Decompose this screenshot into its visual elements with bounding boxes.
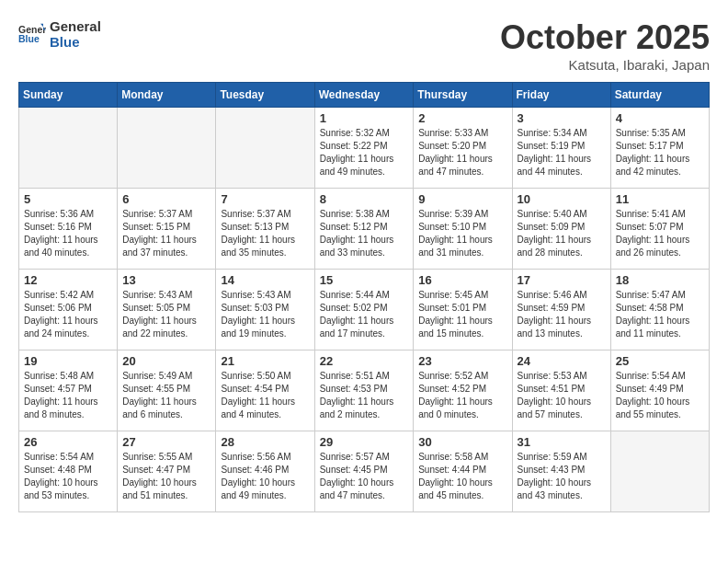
calendar-cell: 18Sunrise: 5:47 AMSunset: 4:58 PMDayligh… [610,270,709,350]
day-number: 22 [320,354,409,368]
day-number: 19 [24,354,112,368]
calendar-cell: 16Sunrise: 5:45 AMSunset: 5:01 PMDayligh… [414,270,512,350]
day-info: Sunrise: 5:32 AMSunset: 5:22 PMDaylight:… [320,127,409,178]
calendar-cell: 23Sunrise: 5:52 AMSunset: 4:52 PMDayligh… [414,350,512,431]
calendar-cell: 20Sunrise: 5:49 AMSunset: 4:55 PMDayligh… [118,350,216,431]
day-number: 9 [418,192,506,206]
calendar-cell: 27Sunrise: 5:55 AMSunset: 4:47 PMDayligh… [118,431,216,512]
weekday-header-monday: Monday [118,83,216,108]
week-row-3: 12Sunrise: 5:42 AMSunset: 5:06 PMDayligh… [19,270,710,350]
day-info: Sunrise: 5:37 AMSunset: 5:13 PMDaylight:… [221,208,309,259]
weekday-header-saturday: Saturday [610,83,709,108]
day-number: 21 [221,354,309,368]
calendar-cell: 10Sunrise: 5:40 AMSunset: 5:09 PMDayligh… [512,189,610,270]
day-info: Sunrise: 5:58 AMSunset: 4:44 PMDaylight:… [418,451,506,502]
calendar-cell: 3Sunrise: 5:34 AMSunset: 5:19 PMDaylight… [512,108,610,189]
day-info: Sunrise: 5:54 AMSunset: 4:48 PMDaylight:… [24,451,112,502]
calendar-cell: 4Sunrise: 5:35 AMSunset: 5:17 PMDaylight… [610,108,709,189]
day-info: Sunrise: 5:38 AMSunset: 5:12 PMDaylight:… [320,208,409,259]
day-info: Sunrise: 5:43 AMSunset: 5:03 PMDaylight:… [221,289,309,340]
week-row-4: 19Sunrise: 5:48 AMSunset: 4:57 PMDayligh… [19,350,710,431]
day-number: 27 [122,435,210,449]
day-number: 13 [122,273,210,287]
calendar-cell: 7Sunrise: 5:37 AMSunset: 5:13 PMDaylight… [216,189,314,270]
weekday-header-tuesday: Tuesday [216,83,314,108]
day-info: Sunrise: 5:54 AMSunset: 4:49 PMDaylight:… [616,370,704,421]
calendar-cell [19,108,118,189]
day-info: Sunrise: 5:53 AMSunset: 4:51 PMDaylight:… [518,370,606,421]
weekday-header-row: SundayMondayTuesdayWednesdayThursdayFrid… [19,83,710,108]
day-number: 16 [418,273,506,287]
day-info: Sunrise: 5:37 AMSunset: 5:15 PMDaylight:… [122,208,210,259]
location: Katsuta, Ibaraki, Japan [500,57,710,73]
day-info: Sunrise: 5:39 AMSunset: 5:10 PMDaylight:… [418,208,506,259]
day-number: 10 [518,192,606,206]
calendar-cell: 13Sunrise: 5:43 AMSunset: 5:05 PMDayligh… [118,270,216,350]
day-number: 26 [24,435,112,449]
calendar-cell: 26Sunrise: 5:54 AMSunset: 4:48 PMDayligh… [19,431,118,512]
day-number: 15 [320,273,409,287]
calendar-cell [610,431,709,512]
day-number: 14 [221,273,309,287]
day-info: Sunrise: 5:49 AMSunset: 4:55 PMDaylight:… [122,370,210,421]
week-row-2: 5Sunrise: 5:36 AMSunset: 5:16 PMDaylight… [19,189,710,270]
calendar-cell: 5Sunrise: 5:36 AMSunset: 5:16 PMDaylight… [19,189,118,270]
day-number: 8 [320,192,409,206]
weekday-header-friday: Friday [512,83,610,108]
calendar-cell: 25Sunrise: 5:54 AMSunset: 4:49 PMDayligh… [610,350,709,431]
day-info: Sunrise: 5:50 AMSunset: 4:54 PMDaylight:… [221,370,309,421]
day-number: 25 [616,354,704,368]
day-number: 7 [221,192,309,206]
day-info: Sunrise: 5:43 AMSunset: 5:05 PMDaylight:… [122,289,210,340]
week-row-1: 1Sunrise: 5:32 AMSunset: 5:22 PMDaylight… [19,108,710,189]
page-header: General Blue General Blue October 2025 K… [18,18,710,73]
month-title: October 2025 [500,18,710,57]
logo-icon: General Blue [18,20,46,48]
calendar-cell: 6Sunrise: 5:37 AMSunset: 5:15 PMDaylight… [118,189,216,270]
day-info: Sunrise: 5:51 AMSunset: 4:53 PMDaylight:… [320,370,409,421]
day-info: Sunrise: 5:56 AMSunset: 4:46 PMDaylight:… [221,451,309,502]
day-number: 1 [320,111,409,125]
calendar-cell: 30Sunrise: 5:58 AMSunset: 4:44 PMDayligh… [414,431,512,512]
calendar-cell: 11Sunrise: 5:41 AMSunset: 5:07 PMDayligh… [610,189,709,270]
calendar-cell: 21Sunrise: 5:50 AMSunset: 4:54 PMDayligh… [216,350,314,431]
day-info: Sunrise: 5:59 AMSunset: 4:43 PMDaylight:… [518,451,606,502]
day-number: 28 [221,435,309,449]
calendar-cell: 19Sunrise: 5:48 AMSunset: 4:57 PMDayligh… [19,350,118,431]
calendar-cell: 2Sunrise: 5:33 AMSunset: 5:20 PMDaylight… [414,108,512,189]
day-number: 3 [518,111,606,125]
day-number: 18 [616,273,704,287]
calendar-cell: 17Sunrise: 5:46 AMSunset: 4:59 PMDayligh… [512,270,610,350]
day-number: 4 [616,111,704,125]
day-info: Sunrise: 5:35 AMSunset: 5:17 PMDaylight:… [616,127,704,178]
day-info: Sunrise: 5:48 AMSunset: 4:57 PMDaylight:… [24,370,112,421]
week-row-5: 26Sunrise: 5:54 AMSunset: 4:48 PMDayligh… [19,431,710,512]
day-info: Sunrise: 5:42 AMSunset: 5:06 PMDaylight:… [24,289,112,340]
calendar-cell [216,108,314,189]
day-info: Sunrise: 5:47 AMSunset: 4:58 PMDaylight:… [616,289,704,340]
calendar-cell: 24Sunrise: 5:53 AMSunset: 4:51 PMDayligh… [512,350,610,431]
logo-general-text: General [50,18,101,34]
day-number: 23 [418,354,506,368]
day-number: 2 [418,111,506,125]
calendar-cell: 12Sunrise: 5:42 AMSunset: 5:06 PMDayligh… [19,270,118,350]
calendar-cell: 31Sunrise: 5:59 AMSunset: 4:43 PMDayligh… [512,431,610,512]
day-number: 30 [418,435,506,449]
logo-blue-text: Blue [50,34,101,50]
day-number: 24 [518,354,606,368]
weekday-header-wednesday: Wednesday [314,83,414,108]
logo: General Blue General Blue [18,18,101,50]
day-number: 12 [24,273,112,287]
day-info: Sunrise: 5:34 AMSunset: 5:19 PMDaylight:… [518,127,606,178]
day-info: Sunrise: 5:33 AMSunset: 5:20 PMDaylight:… [418,127,506,178]
calendar-cell: 15Sunrise: 5:44 AMSunset: 5:02 PMDayligh… [314,270,414,350]
day-info: Sunrise: 5:44 AMSunset: 5:02 PMDaylight:… [320,289,409,340]
calendar-cell: 14Sunrise: 5:43 AMSunset: 5:03 PMDayligh… [216,270,314,350]
day-info: Sunrise: 5:46 AMSunset: 4:59 PMDaylight:… [518,289,606,340]
day-info: Sunrise: 5:41 AMSunset: 5:07 PMDaylight:… [616,208,704,259]
day-info: Sunrise: 5:40 AMSunset: 5:09 PMDaylight:… [518,208,606,259]
weekday-header-sunday: Sunday [19,83,118,108]
calendar-cell: 29Sunrise: 5:57 AMSunset: 4:45 PMDayligh… [314,431,414,512]
day-number: 5 [24,192,112,206]
day-number: 31 [518,435,606,449]
